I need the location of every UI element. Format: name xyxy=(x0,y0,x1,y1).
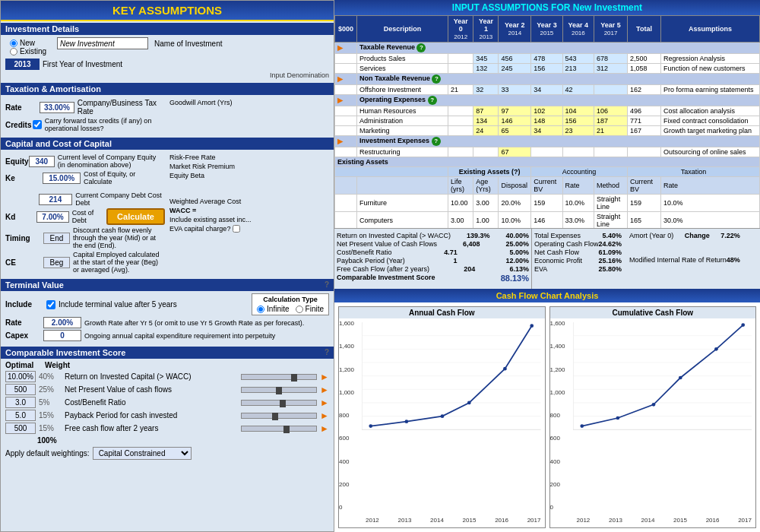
comp-age[interactable]: 1.00 xyxy=(473,212,499,229)
annual-y-600: 600 xyxy=(339,435,362,442)
svc-y4[interactable]: 213 xyxy=(562,64,594,74)
comparable-content: Optimal Weight 40% Return on Invested Ca… xyxy=(1,359,334,464)
ps-y0[interactable] xyxy=(448,54,473,64)
col-assumptions: Assumptions xyxy=(661,16,760,43)
furn-bv[interactable]: 159 xyxy=(531,195,562,212)
annual-y-0: 0 xyxy=(339,504,362,511)
furn-method[interactable]: Straight Line xyxy=(594,195,628,212)
kd-value[interactable]: 7.00% xyxy=(36,211,69,223)
timing-value[interactable]: End xyxy=(43,233,70,244)
hr-y5[interactable]: 106 xyxy=(594,106,628,116)
include-checkbox[interactable] xyxy=(46,300,55,309)
calculate-button[interactable]: Calculate xyxy=(106,208,165,225)
off-y1[interactable]: 32 xyxy=(473,85,499,95)
comp-tax-rate[interactable]: 30.0% xyxy=(661,212,760,229)
admin-y4[interactable]: 156 xyxy=(562,116,594,126)
ps-y3[interactable]: 478 xyxy=(531,54,562,64)
radio-new[interactable]: New xyxy=(10,39,46,47)
admin-y3[interactable]: 148 xyxy=(531,116,562,126)
furn-rate[interactable]: 10.0% xyxy=(562,195,594,212)
comp-slider-3[interactable] xyxy=(241,400,317,406)
weight-header: Weight xyxy=(45,361,66,369)
radio-existing[interactable]: Existing xyxy=(10,47,46,55)
equity-value[interactable]: 340 xyxy=(29,156,55,167)
comp-slider-1[interactable] xyxy=(241,374,317,380)
svg-point-24 xyxy=(580,424,584,428)
off-y2[interactable]: 33 xyxy=(499,85,531,95)
ke-value[interactable]: 15.00% xyxy=(43,173,81,184)
capital-right: Risk-Free Rate Market Risk Premium Equit… xyxy=(169,152,329,275)
svg-point-10 xyxy=(405,420,409,423)
comp-optimal-1[interactable] xyxy=(5,371,36,382)
hr-y4[interactable]: 104 xyxy=(562,106,594,116)
default-dropdown[interactable]: Capital Constrained xyxy=(93,447,192,460)
off-y4[interactable]: 42 xyxy=(562,85,594,95)
pbp-value2: 12.00% xyxy=(505,257,529,264)
comp-slider-2[interactable] xyxy=(241,387,317,393)
annual-chart-area: 1,600 1,400 1,200 1,000 800 600 400 200 … xyxy=(339,318,545,527)
comp-slider-4[interactable] xyxy=(241,413,317,419)
furn-disposal[interactable]: 20.0% xyxy=(499,195,531,212)
ps-y1[interactable]: 345 xyxy=(473,54,499,64)
furn-tax-rate[interactable]: 10.0% xyxy=(661,195,760,212)
ps-y4[interactable]: 543 xyxy=(562,54,594,64)
terminal-rate-value[interactable]: 2.00% xyxy=(43,317,81,328)
ps-y2[interactable]: 456 xyxy=(499,54,531,64)
cbr-value: 4.71 xyxy=(444,249,458,256)
hr-y3[interactable]: 102 xyxy=(531,106,562,116)
tax-rate-value[interactable]: 33.00% xyxy=(40,102,74,113)
hr-y2[interactable]: 97 xyxy=(499,106,531,116)
comp-bv[interactable]: 146 xyxy=(531,212,562,229)
hr-y1[interactable]: 87 xyxy=(473,106,499,116)
npv-label: Net Present Value of Cash Flows xyxy=(337,240,437,248)
comp-life[interactable]: 3.00 xyxy=(448,212,473,229)
comp-method[interactable]: Straight Line xyxy=(594,212,628,229)
svc-y3[interactable]: 156 xyxy=(531,64,562,74)
eva-row: EVA capital charge? xyxy=(169,225,329,233)
comp-tax-bv[interactable]: 165 xyxy=(628,212,661,229)
comp-optimal-3[interactable] xyxy=(5,397,36,408)
credits-checkbox[interactable] xyxy=(33,120,42,129)
annual-chart-title: Annual Cash Flow xyxy=(339,307,545,318)
comparable-help-icon[interactable]: ? xyxy=(325,348,329,356)
mkt-y5[interactable]: 21 xyxy=(594,126,628,136)
mkt-y2[interactable]: 65 xyxy=(499,126,531,136)
comp-rate[interactable]: 33.0% xyxy=(562,212,594,229)
finite-option[interactable]: Finite xyxy=(296,305,324,313)
infinite-label: Infinite xyxy=(267,305,289,313)
furn-age[interactable]: 3.00 xyxy=(473,195,499,212)
admin-y5[interactable]: 187 xyxy=(594,116,628,126)
comp-optimal-5[interactable] xyxy=(5,423,36,434)
svc-y0[interactable] xyxy=(448,64,473,74)
svc-y5[interactable]: 312 xyxy=(594,64,628,74)
svc-y1[interactable]: 132 xyxy=(473,64,499,74)
terminal-help-icon[interactable]: ? xyxy=(325,280,329,289)
investment-name-input[interactable] xyxy=(57,37,148,49)
admin-y1[interactable]: 134 xyxy=(473,116,499,126)
furn-life[interactable]: 10.00 xyxy=(448,195,473,212)
off-y3[interactable]: 34 xyxy=(531,85,562,95)
comp-optimal-4[interactable] xyxy=(5,410,36,421)
comparable-row-3: 5% Cost/Benefit Ratio ► xyxy=(5,397,329,408)
taxable-revenue-header-row: ▶ Taxable Revenue ? xyxy=(335,43,760,54)
capex-value[interactable]: 0 xyxy=(43,330,81,341)
equity-row: Equity 340 Current level of Company Equi… xyxy=(5,154,165,169)
rest-y2[interactable]: 67 xyxy=(499,147,531,157)
comp-disposal[interactable]: 10.0% xyxy=(499,212,531,229)
debt-value[interactable]: 214 xyxy=(39,194,73,205)
eva-checkbox[interactable] xyxy=(233,225,240,233)
furn-tax-bv[interactable]: 159 xyxy=(628,195,661,212)
comp-slider-5[interactable] xyxy=(241,426,317,432)
radio-new-label: New xyxy=(20,39,35,47)
mkt-y4[interactable]: 23 xyxy=(562,126,594,136)
comp-optimal-2[interactable] xyxy=(5,384,36,395)
mkt-y3[interactable]: 34 xyxy=(531,126,562,136)
off-y5[interactable] xyxy=(594,85,628,95)
admin-y2[interactable]: 146 xyxy=(499,116,531,126)
ps-y5[interactable]: 678 xyxy=(594,54,628,64)
infinite-option[interactable]: Infinite xyxy=(257,305,289,313)
off-y0[interactable]: 21 xyxy=(448,85,473,95)
svc-y2[interactable]: 245 xyxy=(499,64,531,74)
ce-value[interactable]: Beg xyxy=(43,257,70,268)
mkt-y1[interactable]: 24 xyxy=(473,126,499,136)
